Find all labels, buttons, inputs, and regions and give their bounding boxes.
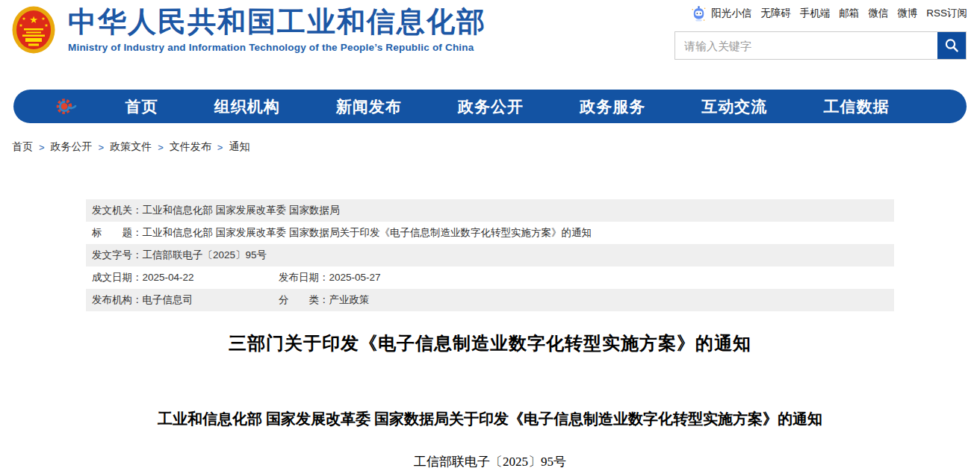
nav-item-organization[interactable]: 组织机构	[214, 96, 280, 117]
page: ★ ★ ★ ★ ★ 中华人民共和国工业和信息化部 Ministry of Ind…	[0, 0, 980, 471]
document-meta-table: 发文机关：工业和信息化部 国家发展改革委 国家数据局 标 题：工业和信息化部 国…	[86, 199, 894, 311]
quick-link-weibo[interactable]: 微博	[897, 7, 917, 20]
breadcrumb-item-policy-files[interactable]: 政策文件	[110, 140, 152, 154]
meta-value: 工信部联电子〔2025〕95号	[143, 244, 267, 266]
svg-text:★: ★	[44, 23, 48, 28]
breadcrumb-separator: >	[217, 142, 223, 153]
meta-label: 标 题：	[92, 222, 143, 244]
mascot-icon[interactable]	[691, 5, 707, 22]
meta-value: 工业和信息化部 国家发展改革委 国家数据局	[143, 199, 340, 222]
site-subtitle-en: Ministry of Industry and Information Tec…	[68, 42, 486, 53]
site-logo-link[interactable]: ★ ★ ★ ★ ★ 中华人民共和国工业和信息化部 Ministry of Ind…	[12, 6, 486, 54]
article-subtitle: 工业和信息化部 国家发展改革委 国家数据局关于印发《电子信息制造业数字化转型实施…	[0, 409, 980, 429]
breadcrumb-item-home[interactable]: 首页	[12, 140, 33, 154]
svg-text:★: ★	[19, 23, 22, 28]
article-doc-number: 工信部联电子〔2025〕95号	[0, 453, 980, 470]
meta-label: 发文字号：	[92, 244, 143, 266]
svg-text:★: ★	[29, 14, 38, 25]
breadcrumb-item-file-release[interactable]: 文件发布	[170, 140, 211, 154]
breadcrumb-item-notice-current: 通知	[229, 140, 249, 154]
nav-item-miit-data[interactable]: 工信数据	[823, 96, 889, 117]
quick-link-mobile[interactable]: 手机端	[800, 7, 831, 20]
quick-link-wechat[interactable]: 微信	[868, 7, 888, 20]
quick-link-rss[interactable]: RSS订阅	[926, 7, 967, 20]
breadcrumb-separator: >	[158, 142, 164, 153]
breadcrumb-item-gov-open[interactable]: 政务公开	[51, 140, 93, 154]
breadcrumb-separator: >	[39, 142, 45, 153]
article-title: 三部门关于印发《电子信息制造业数字化转型实施方案》的通知	[0, 331, 980, 355]
nav-item-home[interactable]: 首页	[125, 96, 158, 117]
meta-cell: 成文日期：2025-04-22	[92, 266, 279, 289]
nav-item-news[interactable]: 新闻发布	[336, 96, 402, 117]
svg-text:★: ★	[41, 16, 45, 21]
meta-row-issuing-agency: 发文机关：工业和信息化部 国家发展改革委 国家数据局	[86, 199, 894, 222]
meta-row-doc-number: 发文字号：工信部联电子〔2025〕95号	[86, 244, 894, 266]
quick-link-yangguang-xiaoxin[interactable]: 阳光小信	[711, 7, 751, 20]
nav-item-gov-open[interactable]: 政务公开	[458, 96, 524, 117]
site-title: 中华人民共和国工业和信息化部	[68, 6, 486, 38]
site-titles: 中华人民共和国工业和信息化部 Ministry of Industry and …	[68, 6, 486, 53]
search-icon	[943, 37, 960, 54]
meta-value: 工业和信息化部 国家发展改革委 国家数据局关于印发《电子信息制造业数字化转型实施…	[143, 222, 592, 244]
meta-cell: 发布机构：电子信息司	[92, 289, 279, 311]
nav-items: 首页 组织机构 新闻发布 政务公开 政务服务 互动交流 工信数据	[97, 96, 917, 117]
search-input[interactable]	[675, 32, 937, 59]
svg-text:★: ★	[22, 16, 25, 21]
meta-row-title: 标 题：工业和信息化部 国家发展改革委 国家数据局关于印发《电子信息制造业数字化…	[86, 222, 894, 244]
meta-cell: 分 类：产业政策	[279, 289, 370, 311]
meta-label: 发文机关：	[92, 199, 143, 222]
quick-link-mail[interactable]: 邮箱	[839, 7, 859, 20]
breadcrumb-separator: >	[99, 142, 105, 153]
meta-row-dates: 成文日期：2025-04-22 发布日期：2025-05-27	[86, 266, 894, 289]
national-emblem-icon: ★ ★ ★ ★ ★	[12, 6, 55, 54]
nav-item-interaction[interactable]: 互动交流	[701, 96, 767, 117]
meta-cell: 发布日期：2025-05-27	[279, 266, 381, 289]
nav-item-gov-services[interactable]: 政务服务	[580, 96, 645, 117]
quick-link-accessibility[interactable]: 无障碍	[760, 7, 791, 20]
main-nav: 首页 组织机构 新闻发布 政务公开 政务服务 互动交流 工信数据	[13, 90, 967, 123]
miit-logo-icon[interactable]	[55, 95, 78, 118]
search-button[interactable]	[937, 32, 966, 59]
search-bar	[674, 31, 967, 60]
breadcrumb: 首页 > 政务公开 > 政策文件 > 文件发布 > 通知	[12, 140, 249, 154]
quick-links: 阳光小信 无障碍 手机端 邮箱 微信 微博 RSS订阅	[691, 5, 967, 22]
meta-row-publisher-category: 发布机构：电子信息司 分 类：产业政策	[86, 289, 894, 311]
